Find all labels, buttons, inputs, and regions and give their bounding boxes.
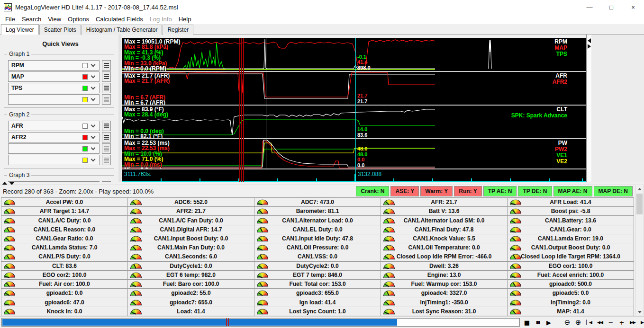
menu-item-help[interactable]: Help bbox=[175, 15, 195, 24]
gauge-cell[interactable]: Engine: 13.0 bbox=[381, 271, 507, 279]
gauge-cell[interactable]: CAN1.Output Boost Duty: 0.0 bbox=[508, 243, 634, 252]
gauge-cell[interactable]: Ign load: 41.4 bbox=[254, 298, 381, 307]
gauge-cell[interactable]: CAN1.Alternator Load SM: 0.0 bbox=[381, 216, 507, 224]
menu-item-search[interactable]: Search bbox=[18, 15, 45, 24]
gauge-cell[interactable]: Fuel: Accel enrich: 100.0 bbox=[508, 271, 634, 279]
gauge-cell[interactable]: CAN1.Input Boost Duty: 0.0 bbox=[128, 234, 254, 243]
gauge-cell[interactable]: Accel PW: 0.0 bbox=[1, 198, 127, 206]
scroll-left-icon[interactable] bbox=[588, 38, 591, 43]
minimize-button[interactable]: — bbox=[579, 0, 600, 14]
scroll-right-icon[interactable] bbox=[588, 44, 591, 49]
field-select-clt[interactable]: CLT bbox=[8, 181, 100, 182]
tab-register[interactable]: Register bbox=[163, 25, 193, 35]
gauge-cell[interactable]: CAN1.A/C Duty: 0.0 bbox=[1, 216, 127, 224]
gauge-cell[interactable]: CAN1.Final Duty: 47.8 bbox=[381, 225, 507, 234]
gauge-cell[interactable]: Knock In: 0.0 bbox=[1, 307, 127, 316]
gauge-cell[interactable]: gpioadc2: 55.0 bbox=[128, 289, 254, 297]
gauge-grid-scrollbar[interactable] bbox=[635, 185, 644, 316]
gauge-cell[interactable]: AFR Target 1: 14.7 bbox=[1, 207, 127, 215]
menu-item-options[interactable]: Options bbox=[64, 15, 92, 24]
zoom-out-button[interactable]: ⊖ bbox=[562, 317, 572, 328]
graph-panel-2[interactable]: Max = 21.7 (AFR)Max = 21.7 (AFR)Min = 6.… bbox=[122, 72, 586, 105]
gauge-cell[interactable]: gpioadc3: 655.0 bbox=[254, 289, 381, 297]
tab-scatter-plots[interactable]: Scatter Plots bbox=[39, 25, 81, 35]
gauge-cell[interactable]: CAN1.Knock Value: 5.5 bbox=[381, 234, 507, 243]
gauge-cell[interactable]: Barometer: 81.1 bbox=[254, 207, 381, 215]
tab-log-viewer[interactable]: Log Viewer bbox=[1, 24, 39, 35]
gauge-cell[interactable]: CAN1.Battery: 13.6 bbox=[508, 216, 634, 224]
field-options-button[interactable] bbox=[102, 155, 111, 165]
gauge-cell[interactable]: DutyCycle2: 0.0 bbox=[254, 262, 381, 270]
menu-item-file[interactable]: File bbox=[2, 15, 18, 24]
gauge-cell[interactable]: Fuel: Total cor: 153.0 bbox=[254, 280, 381, 288]
gauge-cell[interactable]: CAN1.Alternator Load: 0.0 bbox=[254, 216, 381, 224]
gauge-cell[interactable]: gpioadc1: 0.0 bbox=[1, 289, 127, 297]
field-options-button[interactable] bbox=[102, 181, 111, 182]
gauge-cell[interactable]: ADC7: 473.0 bbox=[254, 198, 381, 206]
field-select-tps[interactable]: TPS bbox=[8, 83, 100, 93]
gauge-cell[interactable]: ADC6: 552.0 bbox=[128, 198, 254, 206]
skip-end-button[interactable]: ▶▕ bbox=[638, 317, 644, 328]
step-forward-button[interactable]: + bbox=[617, 317, 627, 328]
field-options-button[interactable] bbox=[102, 83, 111, 93]
scroll-up-icon[interactable] bbox=[636, 185, 643, 193]
gauge-cell[interactable]: Lost Sync Reason: 31.0 bbox=[381, 307, 507, 316]
gauge-cell[interactable]: DutyCycle1: 0.0 bbox=[128, 262, 254, 270]
gauge-cell[interactable]: CAN1.Gear Ratio: 0.0 bbox=[1, 234, 127, 243]
rewind-button[interactable]: ◀◀ bbox=[595, 317, 605, 328]
gauge-cell[interactable]: EGT 6 temp: 982.0 bbox=[128, 271, 254, 279]
maximize-button[interactable]: □ bbox=[600, 0, 622, 14]
gauge-cell[interactable]: CAN1.VSS: 0.0 bbox=[254, 252, 381, 261]
gauge-cell[interactable]: Dwell: 3.26 bbox=[381, 262, 507, 270]
gauge-cell[interactable]: CAN1.Seconds: 6.0 bbox=[128, 252, 254, 261]
gauge-cell[interactable]: gpioadc5: 0.0 bbox=[508, 289, 634, 297]
gauge-cell[interactable]: EGT 7 temp: 846.0 bbox=[254, 271, 381, 279]
gauge-cell[interactable]: AFR2: 21.7 bbox=[128, 207, 254, 215]
gauge-cell[interactable]: gpioadc6: 47.0 bbox=[1, 298, 127, 307]
gauge-cell[interactable]: AFR Load: 41.4 bbox=[508, 198, 634, 206]
gauge-cell[interactable]: gpioadc7: 655.0 bbox=[128, 298, 254, 307]
quick-views-scrollbar[interactable] bbox=[118, 35, 121, 182]
gauge-cell[interactable]: Fuel: Baro cor: 100.0 bbox=[128, 280, 254, 288]
graph-panel-4[interactable]: Max = 22.53 (ms)Max = 22.53 (ms)Min = 10… bbox=[122, 139, 586, 168]
gauge-cell[interactable]: Closed Loop Idle RPM Error: -466.0 bbox=[381, 252, 507, 261]
gauge-cell[interactable]: MAP: 41.4 bbox=[508, 307, 634, 316]
graph-panel-3[interactable]: Max = 83.9 (°F)Max = 28.4 (deg)Min = 0.0… bbox=[122, 106, 586, 138]
field-options-button[interactable] bbox=[102, 143, 111, 154]
field-options-button[interactable] bbox=[102, 132, 111, 142]
gauge-cell[interactable]: Load: 41.4 bbox=[128, 307, 254, 316]
tab-histogram-table-generator[interactable]: Histogram / Table Generator bbox=[82, 25, 163, 35]
field-options-button[interactable] bbox=[102, 94, 111, 105]
gauge-cell[interactable]: CAN1.Oil Pressure: 0.0 bbox=[254, 243, 381, 252]
menu-item-calculated-fields[interactable]: Calculated Fields bbox=[92, 15, 146, 24]
gauge-cell[interactable]: CAN1.Gear: 0.0 bbox=[508, 225, 634, 234]
field-select-empty[interactable] bbox=[8, 143, 100, 154]
gauge-cell[interactable]: Batt V: 13.6 bbox=[381, 207, 507, 215]
field-options-button[interactable] bbox=[102, 60, 111, 71]
field-select-afr2[interactable]: AFR2 bbox=[8, 132, 100, 142]
timeline-strip[interactable]: 3111.763s. 3132.088 bbox=[122, 169, 586, 182]
scrollbar-thumb[interactable] bbox=[636, 194, 643, 214]
gauge-cell[interactable]: Lost Sync Count: 1.0 bbox=[254, 307, 381, 316]
scroll-down-icon[interactable] bbox=[636, 308, 643, 316]
gauge-cell[interactable]: InjTiming2: 0.0 bbox=[508, 298, 634, 307]
gauge-cell[interactable]: CLT: 83.6 bbox=[1, 262, 127, 270]
gauge-cell[interactable]: CAN1.CEL Reason: 0.0 bbox=[1, 225, 127, 234]
step-back-button[interactable]: − bbox=[606, 317, 616, 328]
gauge-cell[interactable]: Fuel: Warmup cor: 153.0 bbox=[381, 280, 507, 288]
skip-start-button[interactable]: ▏◀ bbox=[584, 317, 594, 328]
gauge-cell[interactable]: CAN1.Digital AFR: 14.7 bbox=[128, 225, 254, 234]
gauge-cell[interactable]: gpioadc0: 500.0 bbox=[508, 280, 634, 288]
play-button[interactable]: ▶ bbox=[544, 317, 554, 328]
zoom-in-button[interactable]: ⊕ bbox=[573, 317, 583, 328]
graph-panel-1[interactable]: Max = 19051.0 (RPM)Max = 81.8 (kPa)Max =… bbox=[122, 38, 586, 71]
gauge-cell[interactable]: CAN1.Main Fan Duty: 0.0 bbox=[128, 243, 254, 252]
fast-forward-button[interactable]: ▶▶ bbox=[627, 317, 638, 328]
field-select-map[interactable]: MAP bbox=[8, 71, 100, 82]
field-options-button[interactable] bbox=[102, 71, 111, 82]
field-options-button[interactable] bbox=[102, 121, 111, 131]
stop-button[interactable]: ■ bbox=[522, 317, 532, 328]
gauge-cell[interactable]: Fuel: Air cor: 100.0 bbox=[1, 280, 127, 288]
log-position-scrollbar[interactable] bbox=[1, 318, 520, 327]
pause-button[interactable]: ▮▮ bbox=[533, 317, 543, 328]
